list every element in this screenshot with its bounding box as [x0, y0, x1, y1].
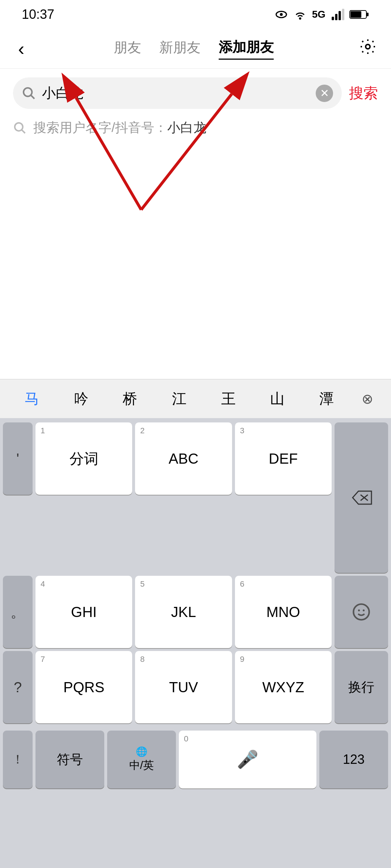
svg-rect-8 [366, 13, 369, 16]
svg-point-1 [280, 13, 283, 16]
key-abc[interactable]: 2 ABC [135, 422, 232, 495]
punct-key-apostrophe[interactable]: ' [3, 422, 33, 495]
clear-icon: ✕ [320, 88, 329, 99]
punct-key-question[interactable]: ? [3, 651, 33, 723]
signal-icon [331, 8, 344, 21]
search-area: 小白龙 ✕ 搜索 [0, 69, 391, 109]
svg-point-13 [15, 123, 23, 131]
tab-add-friends[interactable]: 添加朋友 [219, 38, 274, 60]
svg-point-10 [366, 44, 370, 49]
battery-icon [349, 9, 369, 20]
delete-key[interactable] [335, 422, 388, 573]
svg-point-2 [299, 18, 300, 19]
space-key[interactable]: 0 🎤 [179, 731, 316, 788]
globe-icon: 🌐 [136, 746, 147, 757]
tab-friends[interactable]: 朋友 [114, 38, 141, 59]
suggestion-prefix: 搜索用户名字/抖音号： [33, 120, 167, 135]
status-bar: 10:37 5G [0, 0, 391, 29]
keyboard-row-2: 。 4 GHI 5 JKL 6 MNO [0, 573, 391, 648]
ime-candidate-2[interactable]: 桥 [105, 389, 155, 409]
lang-switch-key[interactable]: 🌐 中/英 [107, 731, 176, 788]
wifi-icon [293, 8, 307, 21]
key-pqrs[interactable]: 7 PQRS [35, 651, 132, 723]
clear-button[interactable]: ✕ [316, 85, 333, 102]
svg-point-21 [353, 604, 369, 620]
status-icons: 5G [274, 8, 369, 21]
status-time: 10:37 [22, 7, 54, 22]
backspace-icon [350, 489, 372, 506]
key-ghi-label: GHI [71, 604, 97, 620]
search-input[interactable]: 小白龙 [42, 84, 310, 102]
svg-point-11 [24, 88, 32, 96]
ime-candidate-5[interactable]: 山 [253, 389, 302, 409]
nav-bar: ‹ 朋友 新朋友 添加朋友 [0, 29, 391, 69]
key-abc-label: ABC [169, 451, 198, 467]
key-wxyz[interactable]: 9 WXYZ [235, 651, 332, 723]
tab-new-friends[interactable]: 新朋友 [159, 38, 201, 59]
ime-candidate-row: 马 吟 桥 江 王 山 潭 ⊗ [0, 379, 391, 418]
punct-key-period[interactable]: 。 [3, 576, 33, 648]
emoji-key[interactable] [335, 576, 388, 648]
search-input-wrap[interactable]: 小白龙 ✕ [13, 77, 342, 109]
emoji-icon [352, 603, 371, 621]
svg-rect-5 [339, 11, 341, 20]
key-ghi[interactable]: 4 GHI [35, 576, 132, 648]
back-button[interactable]: ‹ [14, 34, 28, 63]
key-tuv-label: TUV [169, 679, 198, 695]
suggestion-keyword: 小白龙 [167, 120, 206, 135]
key-mno[interactable]: 6 MNO [235, 576, 332, 648]
eye-icon [274, 8, 288, 21]
search-icon [22, 86, 36, 101]
mic-icon: 🎤 [237, 749, 258, 770]
svg-point-23 [363, 609, 365, 611]
num-key[interactable]: 123 [319, 731, 388, 788]
ime-candidate-0[interactable]: 马 [7, 389, 56, 409]
keyboard-row-1: ' 1 分词 2 ABC 3 DEF [0, 418, 391, 573]
key-fenci[interactable]: 1 分词 [35, 422, 132, 495]
punct-key-exclaim[interactable]: ！ [3, 731, 33, 788]
svg-rect-6 [342, 9, 344, 20]
key-wxyz-label: WXYZ [262, 679, 304, 695]
5g-icon: 5G [312, 9, 325, 20]
key-tuv[interactable]: 8 TUV [135, 651, 232, 723]
search-bar-row: 小白龙 ✕ 搜索 [13, 77, 378, 109]
key-fenci-label: 分词 [70, 449, 98, 469]
search-button[interactable]: 搜索 [349, 83, 378, 103]
svg-line-12 [31, 95, 34, 98]
svg-line-14 [22, 130, 25, 133]
key-def[interactable]: 3 DEF [235, 422, 332, 495]
svg-rect-3 [332, 17, 334, 20]
settings-button[interactable] [359, 38, 377, 59]
ime-delete-button[interactable]: ⊗ [351, 391, 384, 407]
keyboard: ' 1 分词 2 ABC 3 DEF 。 4 GHI [0, 418, 391, 868]
svg-rect-9 [350, 11, 361, 18]
suggestion-row[interactable]: 搜索用户名字/抖音号：小白龙 [0, 109, 391, 147]
suggestion-search-icon [13, 121, 27, 135]
lang-label: 中/英 [129, 758, 154, 773]
key-mno-label: MNO [266, 604, 300, 620]
key-def-label: DEF [269, 451, 298, 467]
key-jkl-label: JKL [171, 604, 196, 620]
keyboard-row-3: ? 7 PQRS 8 TUV 9 WXYZ 换行 [0, 648, 391, 723]
svg-point-22 [358, 609, 360, 611]
key-jkl[interactable]: 5 JKL [135, 576, 232, 648]
enter-key[interactable]: 换行 [335, 651, 388, 723]
nav-tabs: 朋友 新朋友 添加朋友 [28, 38, 359, 60]
ime-candidate-3[interactable]: 江 [155, 389, 204, 409]
suggestion-text: 搜索用户名字/抖音号：小白龙 [33, 119, 206, 137]
svg-rect-4 [335, 14, 337, 20]
symbol-key[interactable]: 符号 [35, 731, 104, 788]
ime-candidate-4[interactable]: 王 [204, 389, 253, 409]
ime-candidate-1[interactable]: 吟 [56, 389, 106, 409]
keyboard-bottom-row: ！ 符号 🌐 中/英 0 🎤 123 [0, 726, 391, 794]
key-pqrs-label: PQRS [63, 679, 104, 695]
ime-candidate-6[interactable]: 潭 [302, 389, 351, 409]
